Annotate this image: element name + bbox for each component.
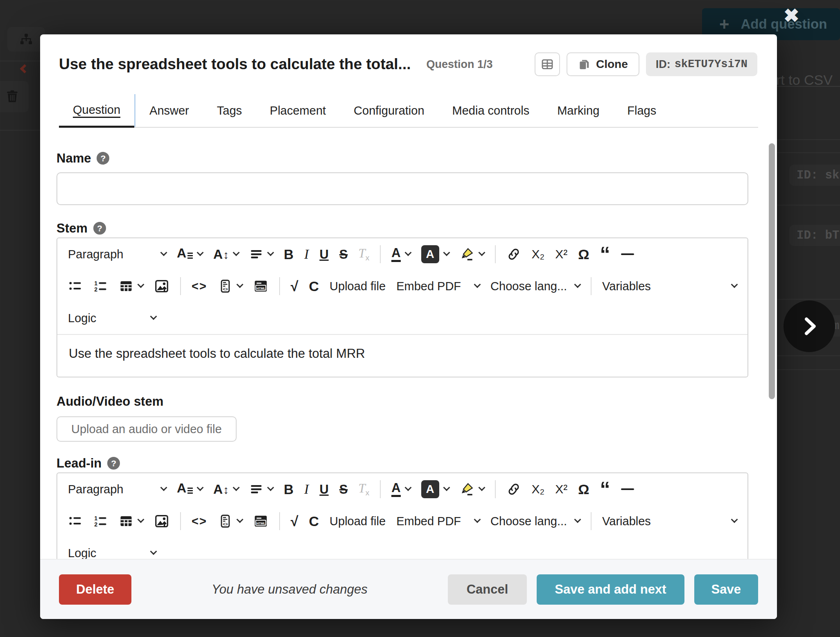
html-source-button[interactable]: HTML (253, 279, 269, 294)
horizontal-rule-button[interactable] (621, 488, 634, 490)
stem-editor-content[interactable]: Use the spreadsheet tools to calculate t… (57, 335, 747, 377)
trash-button[interactable] (0, 81, 29, 112)
variables-dropdown[interactable]: Variables (602, 515, 737, 528)
link-button[interactable] (506, 247, 521, 262)
tab-placement[interactable]: Placement (256, 94, 340, 127)
superscript-button[interactable]: X² (555, 483, 567, 495)
paragraph-style-dropdown[interactable]: Paragraph (68, 248, 166, 261)
link-button[interactable] (506, 482, 521, 497)
tab-tags[interactable]: Tags (203, 94, 256, 127)
bold-button[interactable]: B (284, 483, 294, 496)
stem-editor: Paragraph A A↕ B I U S Tx A A (56, 237, 748, 377)
clone-button[interactable]: Clone (567, 52, 639, 76)
inline-code-button[interactable]: <> (192, 280, 207, 292)
next-question-button[interactable] (784, 300, 835, 352)
cancel-button[interactable]: Cancel (448, 574, 527, 605)
chevron-down-icon (574, 516, 581, 523)
clear-formatting-icon: Tx (358, 247, 369, 262)
save-button[interactable]: Save (694, 574, 758, 605)
save-and-add-next-button[interactable]: Save and add next (537, 574, 684, 605)
blockquote-button[interactable]: “ (600, 247, 610, 262)
font-size-button[interactable]: A↕ (213, 248, 239, 261)
chevron-right-icon (798, 315, 821, 338)
special-characters-button[interactable]: Ω (578, 482, 589, 496)
math-formula-button[interactable]: √ (291, 279, 298, 293)
chevron-down-icon (474, 516, 481, 523)
bullet-list-button[interactable] (68, 514, 83, 529)
insert-image-button[interactable] (154, 513, 169, 529)
copy-icon (578, 58, 590, 70)
html-source-button[interactable]: HTML (253, 514, 269, 529)
paragraph-style-dropdown[interactable]: Paragraph (68, 483, 166, 496)
clear-formatting-button[interactable]: Tx (358, 247, 369, 262)
bullet-list-button[interactable] (68, 279, 83, 294)
underline-button[interactable]: U (319, 483, 328, 496)
tab-configuration[interactable]: Configuration (340, 94, 438, 127)
align-button[interactable] (249, 482, 273, 496)
math-formula-button[interactable]: √ (291, 514, 298, 528)
help-icon[interactable]: ? (97, 152, 109, 165)
tab-marking[interactable]: Marking (543, 94, 613, 127)
toolbar-divider (279, 512, 280, 530)
code-block-button[interactable]: <> (218, 279, 242, 294)
strikethrough-button[interactable]: S (339, 483, 348, 496)
logic-dropdown[interactable]: Logic (68, 547, 156, 559)
insert-table-button[interactable] (119, 514, 143, 529)
insert-image-button[interactable] (154, 278, 169, 294)
bold-button[interactable]: B (284, 248, 294, 261)
align-button[interactable] (249, 247, 273, 261)
collapse-chevron-icon[interactable] (20, 64, 29, 74)
italic-button[interactable]: I (304, 482, 309, 496)
horizontal-rule-button[interactable] (621, 253, 634, 255)
highlight-button[interactable] (460, 482, 484, 497)
text-color-button[interactable]: A (391, 246, 410, 262)
font-size-button[interactable]: A↕ (213, 483, 239, 496)
font-style-button[interactable]: A (177, 481, 203, 497)
highlight-button[interactable] (460, 247, 484, 262)
tab-question[interactable]: Question (59, 94, 134, 128)
code-block-button[interactable]: <> (218, 514, 242, 529)
special-characters-button[interactable]: Ω (578, 247, 589, 261)
italic-button[interactable]: I (304, 247, 309, 261)
question-row-id-badge: ID: bTfg2 (789, 225, 840, 246)
inline-code-button[interactable]: <> (192, 515, 207, 527)
name-input[interactable] (56, 172, 748, 205)
export-csv-link[interactable]: rt to CSV (776, 72, 840, 88)
superscript-button[interactable]: X² (555, 248, 567, 260)
choose-language-dropdown[interactable]: Choose lang... (490, 515, 580, 528)
underline-button[interactable]: U (319, 248, 328, 261)
sitemap-button[interactable] (7, 27, 45, 52)
embed-pdf-dropdown[interactable]: Embed PDF (396, 280, 480, 293)
strikethrough-button[interactable]: S (339, 248, 348, 261)
upload-audio-video-button[interactable]: Upload an audio or video file (56, 416, 237, 442)
delete-button[interactable]: Delete (59, 574, 131, 605)
text-color-button[interactable]: A (391, 481, 410, 497)
help-icon[interactable]: ? (93, 222, 106, 235)
logic-dropdown[interactable]: Logic (68, 312, 156, 325)
background-color-button[interactable]: A (421, 480, 449, 498)
help-icon[interactable]: ? (107, 457, 120, 470)
insert-table-button[interactable] (119, 279, 143, 294)
upload-file-button[interactable]: Upload file (330, 515, 386, 528)
numbered-list-button[interactable]: 12 (93, 514, 108, 529)
chemistry-button[interactable]: C (309, 279, 319, 293)
variables-dropdown[interactable]: Variables (602, 280, 737, 293)
blockquote-button[interactable]: “ (600, 482, 610, 497)
subscript-button[interactable]: X₂ (532, 248, 545, 260)
embed-pdf-dropdown[interactable]: Embed PDF (396, 515, 480, 528)
tab-media-controls[interactable]: Media controls (438, 94, 544, 127)
plus-icon: + (719, 16, 729, 33)
table-view-button[interactable] (535, 52, 560, 76)
tab-answer[interactable]: Answer (135, 94, 203, 127)
tab-flags[interactable]: Flags (613, 94, 670, 127)
upload-file-button[interactable]: Upload file (330, 280, 386, 293)
numbered-list-button[interactable]: 12 (93, 279, 108, 294)
font-style-button[interactable]: A (177, 246, 203, 262)
background-color-button[interactable]: A (421, 245, 449, 263)
chemistry-button[interactable]: C (309, 514, 319, 528)
close-icon[interactable]: ✖ (781, 6, 802, 25)
subscript-button[interactable]: X₂ (532, 483, 545, 495)
choose-language-dropdown[interactable]: Choose lang... (490, 280, 580, 293)
clear-formatting-button[interactable]: Tx (358, 482, 369, 497)
scrollbar-thumb[interactable] (769, 143, 775, 399)
